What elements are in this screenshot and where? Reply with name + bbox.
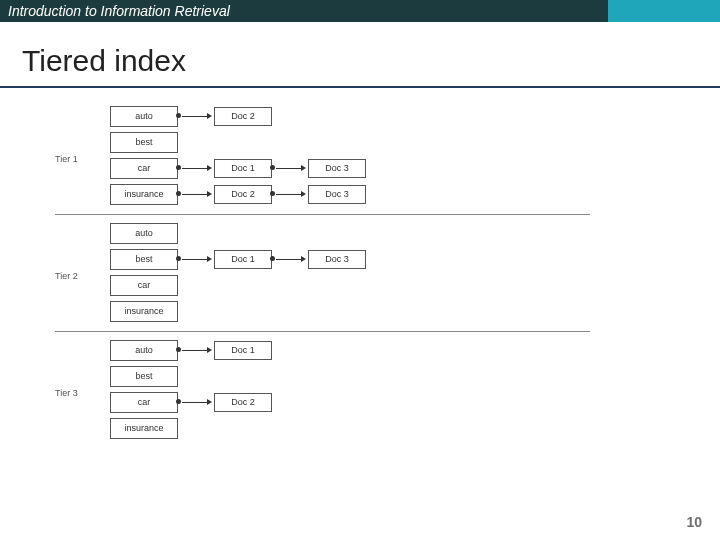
arrow-icon bbox=[182, 259, 210, 260]
posting-row: insuranceDoc 2Doc 3 bbox=[110, 182, 590, 206]
term-box: best bbox=[110, 132, 178, 153]
arrow-icon bbox=[182, 168, 210, 169]
posting-row: car bbox=[110, 273, 590, 297]
arrow-icon bbox=[182, 402, 210, 403]
posting-row: autoDoc 1 bbox=[110, 338, 590, 362]
posting-row: best bbox=[110, 364, 590, 388]
posting-row: bestDoc 1Doc 3 bbox=[110, 247, 590, 271]
tier-group: Tier 3autoDoc 1bestcarDoc 2insurance bbox=[55, 338, 590, 448]
term-box: car bbox=[110, 158, 178, 179]
doc-box: Doc 1 bbox=[214, 159, 272, 178]
term-box: insurance bbox=[110, 301, 178, 322]
tier-group: Tier 1autoDoc 2bestcarDoc 1Doc 3insuranc… bbox=[55, 104, 590, 215]
tier-label: Tier 1 bbox=[55, 154, 78, 164]
posting-row: carDoc 1Doc 3 bbox=[110, 156, 590, 180]
term-box: auto bbox=[110, 106, 178, 127]
posting-row: insurance bbox=[110, 416, 590, 440]
term-box: car bbox=[110, 392, 178, 413]
tier-label: Tier 3 bbox=[55, 388, 78, 398]
tier-group: Tier 2autobestDoc 1Doc 3carinsurance bbox=[55, 221, 590, 332]
doc-box: Doc 2 bbox=[214, 185, 272, 204]
doc-box: Doc 2 bbox=[214, 107, 272, 126]
slide-title: Tiered index bbox=[22, 44, 720, 78]
header-accent bbox=[608, 0, 720, 22]
arrow-icon bbox=[276, 194, 304, 195]
tiered-index-diagram: Tier 1autoDoc 2bestcarDoc 1Doc 3insuranc… bbox=[0, 104, 720, 448]
course-title: Introduction to Information Retrieval bbox=[0, 0, 608, 22]
posting-row: auto bbox=[110, 221, 590, 245]
arrow-icon bbox=[276, 168, 304, 169]
title-underline bbox=[0, 86, 720, 88]
posting-row: insurance bbox=[110, 299, 590, 323]
doc-box: Doc 1 bbox=[214, 250, 272, 269]
term-box: best bbox=[110, 366, 178, 387]
posting-row: carDoc 2 bbox=[110, 390, 590, 414]
term-box: insurance bbox=[110, 184, 178, 205]
arrow-icon bbox=[182, 350, 210, 351]
arrow-icon bbox=[182, 116, 210, 117]
doc-box: Doc 1 bbox=[214, 341, 272, 360]
posting-row: best bbox=[110, 130, 590, 154]
page-number: 10 bbox=[686, 514, 702, 530]
term-box: auto bbox=[110, 340, 178, 361]
header-bar: Introduction to Information Retrieval bbox=[0, 0, 720, 22]
term-box: insurance bbox=[110, 418, 178, 439]
term-box: car bbox=[110, 275, 178, 296]
arrow-icon bbox=[182, 194, 210, 195]
term-box: auto bbox=[110, 223, 178, 244]
doc-box: Doc 2 bbox=[214, 393, 272, 412]
term-box: best bbox=[110, 249, 178, 270]
doc-box: Doc 3 bbox=[308, 250, 366, 269]
doc-box: Doc 3 bbox=[308, 185, 366, 204]
tier-label: Tier 2 bbox=[55, 271, 78, 281]
doc-box: Doc 3 bbox=[308, 159, 366, 178]
arrow-icon bbox=[276, 259, 304, 260]
posting-row: autoDoc 2 bbox=[110, 104, 590, 128]
